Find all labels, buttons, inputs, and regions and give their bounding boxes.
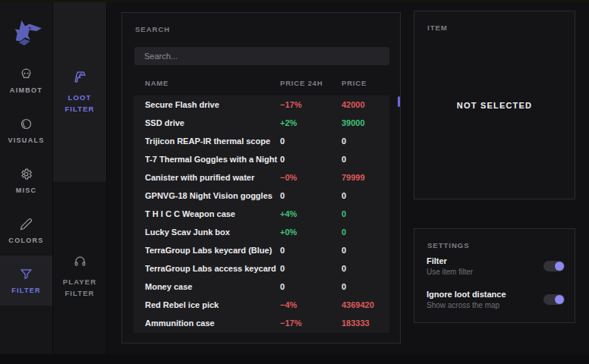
primary-sidebar: AIMBOT VISUALS MISC	[0, 2, 52, 354]
wolf-logo-icon	[9, 17, 44, 46]
item-change-24h: 0	[280, 132, 342, 150]
moon-icon	[20, 118, 33, 130]
tab-label: PLAYER FILTER	[63, 276, 96, 299]
tab-label-line: FILTER	[65, 287, 94, 299]
table-row[interactable]: TerraGroup Labs access keycard00	[134, 259, 389, 278]
tab-label: LOOT FILTER	[65, 92, 94, 115]
ignore-loot-distance-toggle[interactable]	[543, 294, 565, 305]
items-table: Secure Flash drive−17%42000SSD drive+2%3…	[134, 96, 389, 333]
column-header-price: PRICE	[342, 79, 389, 87]
setting-title: Ignore loot distance	[427, 290, 506, 300]
item-price: 0	[342, 132, 389, 150]
table-row[interactable]: TerraGroup Labs keycard (Blue)00	[134, 241, 389, 259]
item-name: TerraGroup Labs keycard (Blue)	[145, 241, 280, 259]
table-row[interactable]: Canister with purified water−0%79999	[134, 168, 389, 187]
headphones-icon	[73, 254, 87, 268]
item-price: 39000	[342, 114, 389, 132]
sidebar-item-colors[interactable]: COLORS	[0, 206, 52, 256]
item-empty-state: NOT SELECTED	[414, 11, 575, 199]
setting-title: Filter	[427, 256, 473, 266]
item-name: Trijicon REAP-IR thermal scope	[145, 132, 280, 150]
item-name: Secure Flash drive	[145, 96, 280, 114]
item-change-24h: +4%	[280, 205, 342, 223]
table-row[interactable]: Red Rebel ice pick−4%4369420	[134, 296, 389, 314]
setting-subtitle: Use item filter	[427, 268, 473, 276]
item-price: 0	[342, 259, 389, 278]
settings-panel: SETTINGS Filter Use item filter Ignore l…	[414, 228, 575, 323]
wolf-logo	[0, 2, 52, 55]
sidebar-item-label: VISUALS	[8, 136, 44, 144]
item-price: 42000	[342, 96, 389, 114]
table-row[interactable]: SSD drive+2%39000	[134, 114, 389, 132]
item-name: Canister with purified water	[145, 168, 280, 187]
item-name: Lucky Scav Junk box	[145, 223, 280, 241]
secondary-sidebar: LOOT FILTER PLAYER FILTER	[52, 2, 107, 354]
table-row[interactable]: Secure Flash drive−17%42000	[134, 96, 389, 114]
sidebar-item-label: FILTER	[11, 287, 41, 294]
column-header-name: NAME	[145, 79, 280, 87]
item-change-24h: −17%	[280, 314, 342, 332]
item-change-24h: +2%	[280, 114, 342, 132]
toggle-knob	[555, 262, 564, 271]
item-price: 0	[342, 278, 389, 296]
item-change-24h: −17%	[280, 96, 342, 114]
item-panel: ITEM NOT SELECTED	[414, 11, 575, 199]
table-row[interactable]: T-7 Thermal Goggles with a Night00	[134, 150, 389, 168]
tab-label-line: FILTER	[65, 103, 94, 115]
item-name: TerraGroup Labs access keycard	[145, 259, 280, 278]
item-change-24h: −4%	[280, 296, 342, 314]
table-row[interactable]: GPNVG-18 Night Vision goggles00	[134, 187, 389, 205]
item-price: 0	[342, 187, 389, 205]
item-change-24h: 0	[280, 259, 342, 278]
tab-loot-filter[interactable]: LOOT FILTER	[53, 2, 106, 182]
setting-ignore-loot-distance: Ignore loot distance Show across the map	[427, 290, 565, 309]
tab-label-line: LOOT	[68, 92, 92, 103]
skull-icon	[20, 67, 33, 80]
setting-filter: Filter Use item filter	[427, 256, 565, 276]
price-gun-icon	[73, 70, 87, 84]
gear-icon	[20, 168, 33, 180]
table-row[interactable]: T H I C C Weapon case+4%0	[134, 205, 389, 223]
item-change-24h: 0	[280, 150, 342, 168]
item-name: T-7 Thermal Goggles with a Night	[145, 150, 280, 168]
item-name: Ammunition case	[145, 314, 280, 332]
funnel-icon	[20, 268, 33, 281]
pen-icon	[20, 218, 33, 231]
search-panel-title: SEARCH	[135, 25, 170, 33]
item-change-24h: 0	[280, 278, 342, 296]
item-price: 4369420	[342, 296, 389, 314]
sidebar-item-aimbot[interactable]: AIMBOT	[0, 55, 52, 105]
filter-toggle[interactable]	[543, 261, 565, 271]
sidebar-item-misc[interactable]: MISC	[0, 155, 52, 206]
item-name: T H I C C Weapon case	[145, 205, 280, 223]
item-price: 0	[342, 205, 389, 223]
table-row[interactable]: Trijicon REAP-IR thermal scope00	[134, 132, 389, 150]
table-header: NAME PRICE 24H PRICE	[134, 79, 389, 87]
sidebar-item-label: AIMBOT	[10, 86, 43, 94]
item-change-24h: 0	[280, 241, 342, 259]
item-name: Money case	[145, 278, 280, 296]
tab-player-filter[interactable]: PLAYER FILTER	[53, 182, 106, 354]
table-row[interactable]: Money case00	[134, 278, 389, 296]
search-panel: SEARCH NAME PRICE 24H PRICE Secure Flash…	[121, 12, 401, 344]
sidebar-item-label: MISC	[16, 187, 37, 194]
item-price: 183333	[342, 314, 389, 332]
column-header-price-24h: PRICE 24H	[280, 79, 342, 87]
table-row[interactable]: Ammunition case−17%183333	[134, 314, 389, 332]
sidebar-nav: AIMBOT VISUALS MISC	[0, 55, 52, 306]
table-row[interactable]: Lucky Scav Junk box+0%0	[134, 223, 389, 241]
item-price: 0	[342, 241, 389, 259]
sidebar-item-filter[interactable]: FILTER	[0, 256, 52, 306]
search-input[interactable]	[134, 47, 389, 65]
item-name: GPNVG-18 Night Vision goggles	[145, 187, 280, 205]
item-price: 79999	[342, 168, 389, 187]
sidebar-item-label: COLORS	[8, 237, 43, 244]
item-change-24h: +0%	[280, 223, 342, 241]
sidebar-item-visuals[interactable]: VISUALS	[0, 105, 52, 155]
tab-label-line: PLAYER	[63, 276, 96, 287]
item-price: 0	[342, 223, 389, 241]
toggle-knob	[555, 295, 564, 304]
settings-panel-title: SETTINGS	[427, 241, 470, 249]
item-price: 0	[342, 150, 389, 168]
scrollbar-thumb[interactable]	[398, 96, 400, 107]
